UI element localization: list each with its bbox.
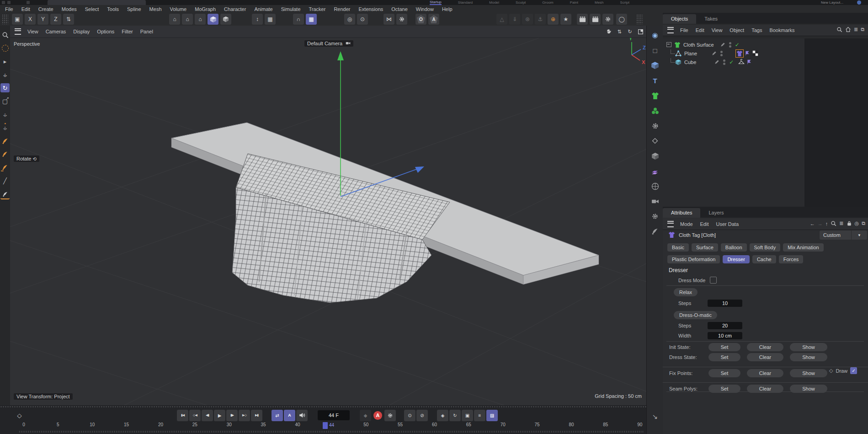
menu-item[interactable]: Window [412, 6, 438, 12]
filter-icon[interactable]: ≣ [854, 27, 858, 32]
viewport-3d[interactable]: Y Z X View Cameras Display Options Filte… [10, 26, 646, 405]
render-gear-icon[interactable] [649, 210, 661, 222]
tab-layers[interactable]: Layers [700, 208, 732, 218]
enable-snap-icon[interactable]: ∩ [293, 14, 304, 25]
width-field[interactable]: 10 cm [708, 332, 742, 339]
phong-tag-icon[interactable] [745, 50, 751, 56]
find-tool-icon[interactable] [0, 30, 10, 39]
home-icon[interactable] [845, 27, 851, 32]
cube-primitive-icon[interactable] [649, 59, 661, 71]
lock-x-axis-button[interactable]: X [25, 14, 36, 25]
collision-icon[interactable] [649, 135, 661, 147]
menu-item[interactable]: Help [438, 6, 457, 12]
menu-item[interactable]: Tools [103, 6, 123, 12]
menu-item[interactable]: Mesh [145, 6, 166, 12]
camera-label[interactable]: Default Camera [304, 40, 353, 47]
simulate-burst-icon[interactable]: ⊛ [522, 14, 533, 25]
objects-menu-edit[interactable]: Edit [692, 27, 708, 33]
axis-mode-icon[interactable]: ↕ [252, 14, 263, 25]
text-primitive-icon[interactable]: T [649, 75, 661, 86]
axis-move-tool-icon[interactable]: ↔↕ [0, 110, 10, 119]
timeline-expand-icon[interactable]: ↘ [649, 411, 661, 423]
relax-button[interactable]: Relax [674, 288, 698, 296]
object-label[interactable]: Plane [684, 51, 697, 56]
zoom-updown-icon[interactable]: ⇅ [615, 27, 623, 36]
window-icon[interactable] [27, 1, 30, 4]
play-button[interactable]: ▶ [214, 410, 225, 421]
object-label[interactable]: Cloth Surface [683, 42, 714, 48]
viewport-menu-filter[interactable]: Filter [118, 29, 136, 34]
menu-item[interactable]: Character [220, 6, 250, 12]
attribute-tab[interactable]: Cache [752, 255, 776, 263]
viewport-menu-cameras[interactable]: Cameras [42, 29, 70, 34]
next-key-button[interactable]: ▶◇ [239, 410, 250, 421]
layout-tab[interactable]: Paint [570, 0, 578, 5]
rectangle-icon[interactable]: □ [649, 44, 661, 56]
mograph-gear-icon[interactable]: ⊕ [548, 14, 559, 25]
record-scale-toggle[interactable]: ▣ [462, 410, 473, 421]
objects-menu-tags[interactable]: Tags [748, 27, 766, 33]
previous-frame-button[interactable]: ◀▮ [202, 410, 213, 421]
go-to-end-button[interactable]: ▶▮ [251, 410, 262, 421]
view-area-icon[interactable]: ◉ [649, 29, 661, 41]
account-icon[interactable] [857, 0, 861, 5]
cloth-tag-icon[interactable] [736, 50, 743, 57]
object-mode-icon[interactable] [220, 14, 231, 25]
material-manager-icon[interactable]: ◯ [616, 14, 627, 25]
set-button[interactable]: Set [708, 353, 740, 361]
hanger-tag-icon[interactable] [738, 59, 745, 65]
pan-hand-icon[interactable] [605, 27, 613, 36]
keyframe-settings-button[interactable] [384, 410, 396, 421]
menu-item[interactable]: Create [34, 6, 58, 12]
texture-mode-icon[interactable]: ▦ [265, 14, 276, 25]
target-icon[interactable]: ◎ [855, 220, 859, 226]
attribute-tab[interactable]: Surface [692, 243, 718, 252]
visibility-dots[interactable] [729, 42, 731, 48]
attribute-tab[interactable]: Plastic Deformation [667, 255, 720, 263]
menu-item[interactable]: Edit [17, 6, 34, 12]
show-button[interactable]: Show [790, 343, 827, 351]
edges-mode-icon[interactable]: ⌂ [182, 14, 193, 25]
search-icon[interactable] [831, 220, 836, 226]
back-arrow-icon[interactable]: ← [810, 221, 815, 226]
attr-menu-userdata[interactable]: User Data [713, 221, 743, 227]
tab-attributes[interactable]: Attributes [663, 208, 700, 218]
no-keyframes-button[interactable]: ⊘ [416, 410, 428, 421]
record-parameter-toggle[interactable]: ≡ [474, 410, 485, 421]
viewport-solo-single-icon[interactable]: ⊙ [357, 14, 368, 25]
layout-tab[interactable]: Script [620, 0, 629, 5]
menu-item[interactable]: Volume [166, 6, 191, 12]
fields-icon[interactable] [649, 165, 661, 177]
spline-primitive-tool-icon[interactable]: ▪▪ [0, 163, 10, 172]
record-rotation-toggle[interactable]: ↻ [449, 410, 461, 421]
menu-item[interactable]: Simulate [277, 6, 305, 12]
selection-options-tool-icon[interactable]: ▸ [0, 57, 10, 66]
panel-icon[interactable]: ⧉ [861, 27, 864, 32]
anchor-icon[interactable]: ⚓ [535, 14, 546, 25]
visibility-dots[interactable] [723, 59, 725, 65]
playhead[interactable] [323, 422, 328, 429]
render-settings-icon[interactable] [602, 14, 613, 25]
toolbar-grip[interactable] [2, 14, 8, 24]
play-sound-button[interactable] [296, 410, 308, 421]
dress-o-matic-button[interactable]: Dress-O-matic [674, 311, 717, 319]
menu-item[interactable]: MoGraph [191, 6, 220, 12]
dress-mode-checkbox[interactable] [710, 277, 717, 284]
object-label[interactable]: Cube [684, 59, 696, 65]
keyframe-selection-button[interactable]: ⊙ [404, 410, 415, 421]
toolbar-grip[interactable] [636, 14, 643, 24]
tree-row-plane[interactable]: Plane [663, 49, 758, 58]
cloth-icon[interactable] [649, 90, 661, 102]
record-keyframe-button[interactable]: ◆ [360, 410, 371, 421]
menu-item[interactable]: Tracker [305, 6, 330, 12]
menu-item[interactable]: Render [330, 6, 354, 12]
viewport-solo-o-icon[interactable]: O [415, 14, 426, 25]
pen-icon[interactable] [649, 225, 661, 237]
objects-menu-view[interactable]: View [708, 27, 726, 33]
symmetry-icon[interactable]: ⋈ [383, 14, 394, 25]
viewport-solo-a-icon[interactable]: A [428, 14, 439, 25]
set-button[interactable]: Set [708, 343, 740, 351]
collapse-icon[interactable] [666, 42, 671, 47]
toggle-view-icon[interactable] [636, 27, 644, 36]
window-icon[interactable] [7, 1, 11, 4]
